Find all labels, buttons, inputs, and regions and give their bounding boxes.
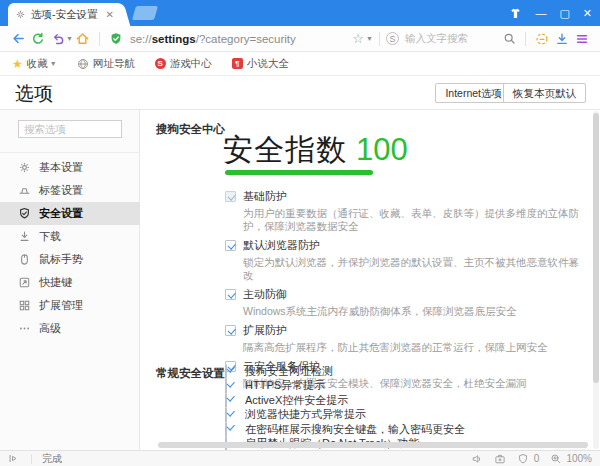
- new-tab-button[interactable]: [132, 6, 158, 20]
- bookmark-novels[interactable]: ¶ 小说大全: [232, 57, 289, 71]
- option-label: 浏览器快捷方式异常提示: [245, 407, 366, 422]
- bookmark-label: 网址导航: [93, 57, 135, 71]
- toolbar-divider: [99, 32, 100, 46]
- zoom-control[interactable]: 100%: [550, 453, 592, 465]
- tab-close-icon[interactable]: ✕: [106, 9, 114, 20]
- option-secure-keyboard: 在密码框展示搜狗安全键盘，输入密码更安全: [225, 422, 585, 436]
- toolbox-icon[interactable]: [494, 453, 506, 465]
- internet-options-button[interactable]: Internet选项: [435, 83, 512, 103]
- download-manager-icon[interactable]: [552, 29, 572, 49]
- active-defense-checkbox[interactable]: [225, 289, 236, 300]
- option-label: 搜狗安全网址检测: [245, 364, 333, 379]
- basic-protection-checkbox[interactable]: [225, 191, 236, 202]
- favorite-dropdown-caret[interactable]: ▼: [366, 35, 373, 42]
- shield-count: 0: [534, 453, 540, 464]
- download-icon: [17, 230, 31, 244]
- security-score-value: 100: [356, 132, 408, 168]
- security-score-label: 安全指数: [223, 130, 347, 171]
- window-controls: — ▢ ✕: [509, 0, 592, 26]
- favorite-star-icon[interactable]: ☆: [348, 29, 368, 49]
- option-shortcut-warning: 浏览器快捷方式异常提示: [225, 408, 585, 422]
- status-divider: [31, 454, 32, 464]
- protection-desc: 隔离高危扩展程序，防止其危害浏览器的正常运行，保障上网安全: [243, 341, 585, 354]
- bookmark-label: 小说大全: [247, 57, 289, 71]
- search-input[interactable]: 输入文字搜索: [405, 32, 493, 46]
- shield-check-icon: [17, 207, 31, 221]
- sidebar-item-basic-settings[interactable]: 基本设置: [0, 156, 140, 179]
- protection-item-active-defense: 主动防御 Windows系统主流内存威胁防御体系，保障浏览器底层安全: [225, 288, 585, 318]
- vertical-scrollbar-thumb[interactable]: [593, 113, 599, 383]
- vertical-scrollbar[interactable]: [593, 111, 599, 449]
- gear-icon: [17, 161, 31, 175]
- sidebar-item-tab-settings[interactable]: 标签设置: [0, 179, 140, 202]
- sidebar-item-label: 快捷键: [39, 275, 72, 290]
- tab-title: 选项-安全设置: [31, 8, 104, 22]
- sidebar-item-shortcuts[interactable]: 快捷键: [0, 271, 140, 294]
- extensions-grid-icon: [17, 299, 31, 313]
- settings-sidebar: 基本设置 标签设置: [0, 110, 140, 450]
- option-activex-warning: ActiveX控件安全提示: [225, 393, 585, 407]
- menu-hamburger-icon[interactable]: [572, 29, 592, 49]
- security-shield-counter[interactable]: 0: [517, 453, 540, 465]
- sidebar-item-label: 标签设置: [39, 183, 83, 198]
- url-scheme: se://: [130, 33, 152, 45]
- bookmark-label: 收藏: [27, 57, 48, 71]
- option-label: ActiveX控件安全提示: [245, 393, 348, 408]
- skin-theme-icon[interactable]: [509, 7, 522, 20]
- restore-defaults-button[interactable]: 恢复本页默认: [503, 83, 586, 103]
- settings-main: 基本设置 标签设置: [0, 110, 600, 450]
- bookmark-nav-site[interactable]: 网址导航: [77, 57, 135, 71]
- undo-history-icon[interactable]: [48, 29, 68, 49]
- status-right-group: 0 100%: [471, 453, 592, 465]
- hotkey-icon: [17, 276, 31, 290]
- sidebar-item-security-settings[interactable]: 安全设置: [0, 202, 140, 225]
- sidebar-item-download[interactable]: 下载: [0, 225, 140, 248]
- home-icon[interactable]: [73, 29, 93, 49]
- sidebar-item-advanced[interactable]: 高级: [0, 317, 140, 340]
- option-url-check: 搜狗安全网址检测: [225, 364, 585, 378]
- bookmarks-bar: ★ 收藏 ▼ 网址导航 S 游戏中心 ¶ 小说大全: [0, 52, 600, 76]
- back-icon[interactable]: [8, 29, 28, 49]
- sidebar-search-input[interactable]: [18, 120, 122, 138]
- sogou-search-logo: S: [386, 32, 399, 45]
- protection-item-extension: 扩展防护 隔离高危扩展程序，防止其危害浏览器的正常运行，保障上网安全: [225, 324, 585, 354]
- horizontal-scrollbar-thumb[interactable]: [158, 442, 588, 448]
- search-icon[interactable]: [499, 29, 519, 49]
- horizontal-scrollbar[interactable]: [156, 442, 590, 448]
- close-button[interactable]: ✕: [583, 8, 592, 19]
- star-icon: ★: [12, 58, 23, 70]
- zoom-level: 100%: [566, 453, 592, 464]
- address-url[interactable]: se://settings/?category=security: [130, 33, 296, 45]
- security-score-bar: [225, 170, 373, 175]
- maximize-button[interactable]: ▢: [559, 8, 569, 19]
- sidebar-item-extensions[interactable]: 扩展管理: [0, 294, 140, 317]
- bookmark-game-center[interactable]: S 游戏中心: [155, 57, 212, 71]
- sidebar-toggle-icon[interactable]: [8, 453, 19, 464]
- game-center-icon: S: [155, 58, 166, 69]
- speaker-icon[interactable]: [471, 453, 483, 465]
- option-https-warning: HTTPS异常提示: [225, 379, 585, 393]
- site-safety-shield-icon[interactable]: [106, 29, 126, 49]
- protection-label: 默认浏览器防护: [243, 239, 585, 252]
- default-browser-protection-checkbox[interactable]: [225, 240, 236, 251]
- sidebar-item-mouse-gestures[interactable]: 鼠标手势: [0, 248, 140, 271]
- security-center-section-label: 搜狗安全中心: [156, 122, 225, 137]
- browser-tab[interactable]: 选项-安全设置 ✕: [8, 3, 118, 26]
- extension-protection-checkbox[interactable]: [225, 325, 236, 336]
- settings-gear-icon: [15, 9, 26, 20]
- sidebar-item-label: 安全设置: [39, 206, 83, 221]
- sidebar-item-label: 高级: [39, 321, 61, 336]
- mouse-icon: [17, 253, 31, 267]
- user-smiley-icon[interactable]: [532, 29, 552, 49]
- protection-desc: Windows系统主流内存威胁防御体系，保障浏览器底层安全: [243, 305, 585, 318]
- url-host: settings: [152, 33, 196, 45]
- titlebar: 选项-安全设置 ✕ — ▢ ✕: [0, 0, 600, 26]
- history-dropdown-caret[interactable]: ▼: [66, 35, 73, 42]
- sidebar-item-label: 下载: [39, 229, 61, 244]
- protection-desc: 锁定为默认浏览器，并保护浏览器的默认设置、主页不被其他恶意软件篡改: [243, 256, 585, 282]
- favorites-caret-icon: ▼: [50, 60, 57, 67]
- protection-label: 扩展防护: [243, 324, 585, 337]
- refresh-icon[interactable]: [28, 29, 48, 49]
- bookmark-favorites[interactable]: ★ 收藏 ▼: [12, 57, 57, 71]
- minimize-button[interactable]: —: [535, 8, 546, 19]
